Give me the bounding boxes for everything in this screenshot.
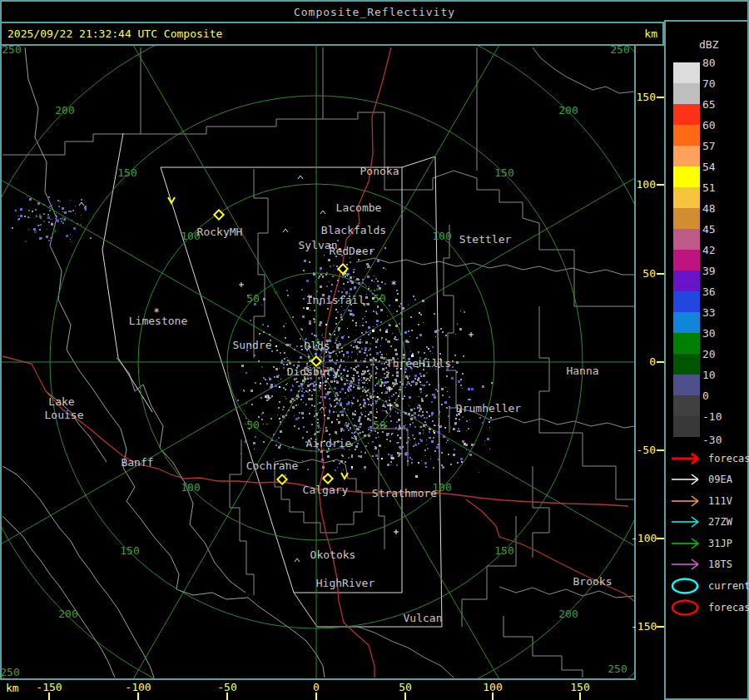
right-axis-label: 100 <box>631 178 656 191</box>
storm-motion-chevron-icon <box>168 197 175 203</box>
colorbar-swatch <box>673 166 700 187</box>
legend-label: 18TS <box>708 559 732 570</box>
right-axis-label: 150 <box>631 91 656 103</box>
colorbar-label: 57 <box>702 140 731 152</box>
right-axis-tick <box>657 449 664 451</box>
svg-text:*: * <box>390 279 396 290</box>
bottom-axis-tick <box>226 693 228 700</box>
colorbar-label: -30 <box>702 434 731 446</box>
legend-item-arrow: 27ZW <box>670 514 732 530</box>
svg-text:50: 50 <box>373 292 386 305</box>
colorbar-swatch <box>673 62 700 83</box>
radar-map[interactable]: 5050505010010010010015015015015020020020… <box>2 46 634 678</box>
town-label-didsbury: Didsbury <box>287 365 340 378</box>
radar-site-diamond-icon <box>323 474 332 483</box>
town-label-blackfalds: Blackfalds <box>321 224 386 236</box>
title-bar: Composite_Reflectivity <box>0 0 749 23</box>
right-axis-unit-label: km <box>644 27 662 40</box>
town-label-stettler: Stettler <box>459 233 512 246</box>
right-axis-label: -150 <box>631 620 656 633</box>
town-label-vulcan: Vulcan <box>404 612 443 624</box>
colorbar-swatch <box>673 375 700 395</box>
colorbar-label: 48 <box>702 202 731 215</box>
right-axis-label: -100 <box>631 532 656 544</box>
right-axis-tick <box>657 273 664 275</box>
legend-arrow-icon <box>670 513 703 531</box>
svg-text:200: 200 <box>58 608 77 620</box>
svg-text:50: 50 <box>246 419 260 431</box>
colorbar-label: -10 <box>702 410 731 423</box>
bottom-axis-label: 50 <box>387 681 424 693</box>
colorbar-label: 45 <box>702 223 731 236</box>
bottom-axis-tick <box>492 693 494 700</box>
colorbar-swatch <box>673 104 700 125</box>
legend-item-arrow: 31JP <box>670 535 732 552</box>
radar-site-diamond-icon <box>214 210 223 219</box>
colorbar-swatch <box>673 333 700 354</box>
bottom-axis-tick <box>404 693 406 700</box>
bottom-axis-label: -150 <box>31 681 67 693</box>
colorbar-swatch <box>673 312 700 333</box>
town-label-banff: Banff <box>121 456 153 469</box>
town-label-lake: Lake <box>48 395 74 408</box>
bottom-axis-tick <box>315 693 317 700</box>
legend-ellipse-icon <box>670 577 703 595</box>
bottom-axis-label: -50 <box>209 681 246 693</box>
legend-arrow-icon <box>670 449 703 468</box>
bottom-axis-tick <box>48 693 50 700</box>
bottom-axis-label: 100 <box>474 681 511 693</box>
town-label-louise: Louise <box>45 409 84 421</box>
legend-arrow-icon <box>670 470 703 489</box>
dbz-scale-title: dBZ <box>699 38 718 51</box>
town-label-sundre: Sundre <box>233 339 272 351</box>
svg-text:150: 150 <box>494 166 513 179</box>
right-axis-tick <box>657 626 664 628</box>
legend-item-arrow: 111V <box>670 493 732 509</box>
town-label-innisfail: Innisfail <box>306 294 365 306</box>
colorbar-swatch <box>673 271 700 291</box>
legend-item-arrow: forecast <box>670 450 749 467</box>
colorbar-swatch <box>673 208 700 229</box>
legend-item-arrow: 18TS <box>670 556 732 573</box>
colorbar-swatch <box>673 187 700 208</box>
colorbar-label: 54 <box>702 161 731 173</box>
colorbar-label: 33 <box>702 306 731 319</box>
right-axis-label: -50 <box>631 444 656 456</box>
colorbar-label: 51 <box>702 181 731 194</box>
radar-echoes <box>12 196 499 478</box>
colorbar-label: 60 <box>702 119 731 132</box>
svg-text:100: 100 <box>432 230 451 242</box>
legend-label: 09EA <box>708 474 732 485</box>
right-axis-tick <box>657 361 664 363</box>
storm-motion-chevron-icon <box>341 473 348 479</box>
colorbar-label: 36 <box>702 285 731 298</box>
colorbar-swatch <box>673 146 700 166</box>
colorbar-label: 20 <box>702 348 731 360</box>
legend-arrow-icon <box>670 555 703 573</box>
svg-text:100: 100 <box>181 481 200 494</box>
legend-label: 27ZW <box>708 516 732 528</box>
right-axis-label: 0 <box>631 355 656 368</box>
colorbar-label: 39 <box>702 265 731 277</box>
right-axis-tick <box>657 184 664 186</box>
svg-text:150: 150 <box>117 166 136 179</box>
bottom-axis-label: 150 <box>562 681 598 693</box>
town-label-okotoks: Okotoks <box>310 549 356 561</box>
town-label-threehills: ThreeHills <box>386 357 451 370</box>
svg-text:250: 250 <box>608 663 627 675</box>
bottom-axis-tick <box>137 693 139 700</box>
town-label-hanna: Hanna <box>566 365 598 377</box>
coverage-outlines <box>102 133 442 627</box>
colorbar-label: 70 <box>702 77 731 90</box>
svg-text:50: 50 <box>246 292 260 305</box>
town-label-highriver: HighRiver <box>316 577 375 589</box>
legend-arrow-icon <box>670 534 703 553</box>
town-label-brooks: Brooks <box>573 575 613 588</box>
colorbar-label: 10 <box>702 369 731 381</box>
town-label-calgary: Calgary <box>303 484 349 496</box>
dbz-color-scale-panel: dBZ 807065605754514845423936333020100-10… <box>664 20 749 700</box>
town-label-cochrane: Cochrane <box>246 459 299 472</box>
town-label-rockymh: RockyMH <box>197 226 243 238</box>
timestamp-label: 2025/09/22 21:32:44 UTC Composite <box>2 27 644 40</box>
colorbar-swatch <box>673 354 700 375</box>
